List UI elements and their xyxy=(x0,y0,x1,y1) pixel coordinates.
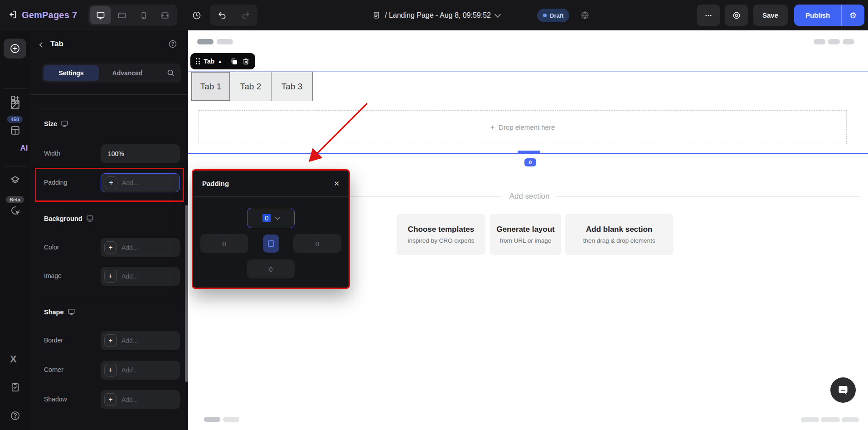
width-label: Width xyxy=(44,150,60,157)
x-logo[interactable]: X xyxy=(10,353,17,365)
shadow-field[interactable]: + Add... xyxy=(101,390,180,409)
device-responsive-icon[interactable] xyxy=(155,6,176,24)
checklist-button[interactable] xyxy=(10,382,20,392)
save-button[interactable]: Save xyxy=(753,5,788,26)
chat-bubble-icon xyxy=(837,384,849,396)
delete-icon[interactable] xyxy=(242,58,250,65)
divider xyxy=(39,296,188,296)
header-skeleton-bar xyxy=(843,39,854,44)
tab-advanced-label: Advanced xyxy=(112,69,143,77)
theme-templates-button[interactable] xyxy=(10,99,21,111)
header-skeleton-bar xyxy=(828,39,840,44)
option-subtitle: from URL or image xyxy=(500,237,552,244)
padding-left-value: 0 xyxy=(223,240,226,248)
choose-templates-button[interactable]: Choose templates inspired by CRO experts xyxy=(397,214,485,255)
element-settings-panel: Tab Settings Advanced Size Width 100% xyxy=(30,30,188,430)
chevron-down-icon[interactable] xyxy=(275,215,280,220)
color-placeholder: Add... xyxy=(121,244,138,251)
preview-target-button[interactable] xyxy=(725,5,748,26)
device-mobile-icon[interactable] xyxy=(133,6,154,24)
publish-button-group: Publish ⚙ xyxy=(794,5,864,26)
add-section-label: Add section xyxy=(509,192,550,201)
corner-field[interactable]: + Add... xyxy=(101,361,180,380)
tab-2[interactable]: Tab 2 xyxy=(230,72,272,101)
option-title: Add blank section xyxy=(586,225,652,234)
option-subtitle: inspired by CRO experts xyxy=(407,237,474,244)
duplicate-icon[interactable] xyxy=(230,58,238,65)
tab-advanced[interactable]: Advanced xyxy=(99,64,156,83)
status-label: Draft xyxy=(550,12,563,19)
publish-button[interactable]: Publish xyxy=(794,5,841,26)
tab-3[interactable]: Tab 3 xyxy=(271,72,313,101)
divider xyxy=(226,57,226,66)
drag-handle-icon[interactable] xyxy=(196,58,200,64)
option-title: Choose templates xyxy=(408,225,474,234)
border-field[interactable]: + Add... xyxy=(101,331,180,350)
plus-icon: + xyxy=(104,241,117,254)
device-switcher xyxy=(88,5,177,26)
page-title-group[interactable]: / Landing Page - Aug 8, 09:59:52 xyxy=(373,0,500,30)
element-toolbar-label[interactable]: Tab xyxy=(204,58,215,65)
divider xyxy=(39,108,188,108)
plus-icon: + xyxy=(104,334,117,347)
link-sides-toggle[interactable] xyxy=(263,235,279,253)
redo-button[interactable] xyxy=(234,5,257,26)
tab-settings[interactable]: Settings xyxy=(44,65,99,81)
width-field[interactable]: 100% xyxy=(101,144,180,163)
plus-icon: + xyxy=(104,270,117,283)
interaction-tracking-button[interactable] xyxy=(10,205,21,216)
credits-badge: 450 xyxy=(7,116,23,123)
image-field[interactable]: + Add... xyxy=(101,267,180,286)
header-skeleton-bar xyxy=(814,39,825,44)
spacing-value-badge: 0 xyxy=(524,158,536,166)
device-tablet-icon[interactable] xyxy=(112,6,133,24)
footer-skeleton-bar xyxy=(223,417,239,422)
product-box-button[interactable] xyxy=(10,125,21,136)
padding-right-input[interactable]: 0 xyxy=(293,234,341,253)
globe-icon[interactable] xyxy=(581,11,589,20)
size-section-header: Size xyxy=(44,120,68,127)
panel-help-icon[interactable] xyxy=(168,39,177,50)
tab-1-label: Tab 1 xyxy=(200,82,221,92)
footer-skeleton-bar xyxy=(821,417,840,422)
monitor-icon xyxy=(86,215,94,222)
color-field[interactable]: + Add... xyxy=(101,238,180,257)
element-toolbar: Tab ▲ xyxy=(190,53,255,69)
padding-bottom-value: 0 xyxy=(269,265,272,273)
help-button[interactable] xyxy=(10,410,20,421)
undo-button[interactable] xyxy=(210,5,234,26)
spacing-drag-handle[interactable] xyxy=(518,151,540,154)
padding-left-input[interactable]: 0 xyxy=(200,234,248,253)
exit-editor-icon[interactable] xyxy=(7,10,17,20)
drop-zone-text: Drop element here xyxy=(499,123,555,131)
header-skeleton-bar xyxy=(217,39,233,44)
padding-bottom-input[interactable]: 0 xyxy=(247,259,295,279)
panel-scrollbar[interactable] xyxy=(185,205,188,382)
add-blank-section-button[interactable]: Add blank section then drag & drop eleme… xyxy=(565,214,673,255)
close-icon[interactable]: ✕ xyxy=(334,180,339,188)
logout-icon xyxy=(7,10,17,20)
publish-settings-button[interactable]: ⚙ xyxy=(842,5,864,26)
divider xyxy=(4,88,27,89)
back-button[interactable] xyxy=(37,40,46,51)
beta-badge: Beta xyxy=(6,196,24,203)
gempages-logo[interactable]: GemPages xyxy=(22,10,69,20)
history-clock-icon[interactable] xyxy=(192,11,201,20)
layers-button[interactable] xyxy=(10,175,21,186)
monitor-icon xyxy=(68,308,75,316)
shadow-label: Shadow xyxy=(44,396,67,403)
tab-1[interactable]: Tab 1 xyxy=(191,72,230,101)
more-options-button[interactable] xyxy=(697,5,720,26)
device-desktop-icon[interactable] xyxy=(90,6,111,24)
collapse-icon[interactable]: ▲ xyxy=(218,59,221,64)
padding-right-value: 0 xyxy=(315,240,319,248)
search-icon[interactable] xyxy=(166,68,175,79)
tab-2-label: Tab 2 xyxy=(240,82,261,92)
padding-top-input[interactable]: 0 xyxy=(247,208,295,228)
add-element-button[interactable] xyxy=(4,39,26,59)
divider xyxy=(30,94,188,95)
chat-widget-button[interactable] xyxy=(830,377,856,403)
generate-layout-button[interactable]: Generate layout from URL or image xyxy=(490,214,561,255)
option-subtitle: then drag & drop elements xyxy=(583,237,655,244)
drop-element-zone[interactable]: + Drop element here xyxy=(199,110,847,144)
